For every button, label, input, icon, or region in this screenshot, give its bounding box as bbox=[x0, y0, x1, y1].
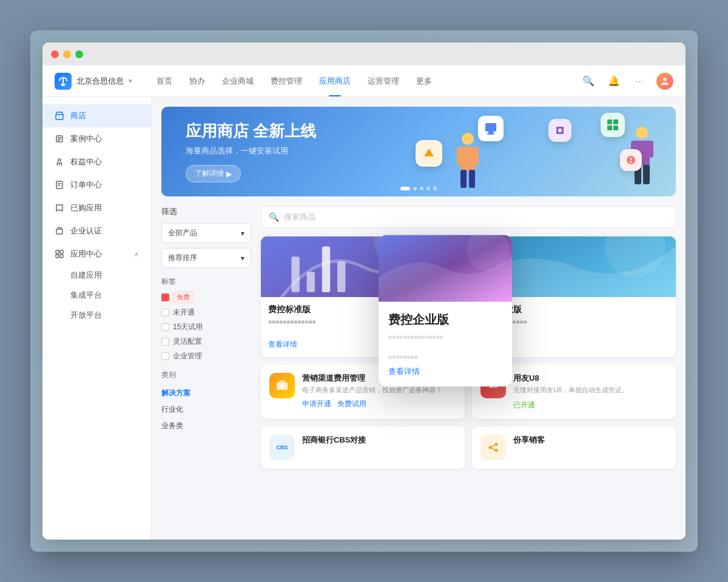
tag-enterprise-checkbox[interactable] bbox=[161, 352, 169, 360]
tag-free-label: 免费 bbox=[173, 292, 194, 303]
floating-icon-1 bbox=[478, 116, 504, 141]
nav-more[interactable]: 更多 bbox=[416, 76, 432, 87]
tags-title: 标签 bbox=[161, 276, 251, 287]
svg-rect-30 bbox=[488, 132, 493, 133]
sidebar-sub-self-built[interactable]: 自建应用 bbox=[42, 266, 151, 286]
tag-not-activated-checkbox[interactable] bbox=[161, 309, 169, 316]
search-icon: 🔍 bbox=[269, 212, 279, 222]
svg-point-51 bbox=[495, 443, 498, 446]
app-center-icon bbox=[55, 249, 64, 259]
magnified-view-detail-link[interactable]: 查看详情 bbox=[388, 366, 502, 377]
notification-icon-button[interactable]: 🔔 bbox=[605, 73, 622, 90]
sidebar-item-case-center[interactable]: 案例中心 bbox=[42, 127, 151, 150]
banner-dot-2[interactable] bbox=[413, 187, 417, 190]
sidebar-item-rights-center[interactable]: 权益中心 bbox=[42, 150, 151, 173]
magnified-body: 费控企业版 ■■■■■■■■■■■■■■■ ■■■■■■■■ 查看详情 bbox=[379, 302, 512, 387]
magnified-desc: ■■■■■■■■■■■■■■■ bbox=[388, 333, 502, 347]
tag-15day-checkbox[interactable] bbox=[161, 323, 169, 331]
expand-app-center-icon[interactable]: ∧ bbox=[134, 250, 139, 258]
svg-rect-29 bbox=[485, 123, 496, 132]
sidebar-item-enterprise-auth[interactable]: 企业认证 bbox=[42, 219, 151, 242]
sidebar-item-store[interactable]: 商店 bbox=[42, 104, 151, 127]
svg-rect-26 bbox=[647, 141, 653, 158]
nav-expense-mgmt[interactable]: 费控管理 bbox=[271, 76, 302, 87]
banner-content: 应用商店 全新上线 海量商品选择，一键安装试用 了解详情 ▶ bbox=[186, 121, 316, 182]
svg-rect-28 bbox=[643, 165, 650, 184]
sidebar-item-purchased[interactable]: 已购应用 bbox=[42, 196, 151, 219]
minimize-button[interactable] bbox=[63, 50, 71, 58]
logo-icon bbox=[55, 73, 72, 90]
search-bar[interactable]: 🔍 搜索商品 bbox=[261, 206, 676, 228]
sidebar-sub-open-platform[interactable]: 开放平台 bbox=[42, 306, 151, 326]
filter-panel: 筛选 全部产品 ▾ 推荐排序 ▾ 标签 bbox=[161, 206, 251, 469]
banner-dot-5[interactable] bbox=[433, 187, 437, 190]
channel-fee-desc: 电子商务多渠道产品营销，投放推广必备神器！ bbox=[302, 386, 456, 395]
tag-free-checkbox[interactable] bbox=[161, 293, 169, 301]
avatar[interactable] bbox=[656, 73, 673, 90]
category-section: 类别 解决方案 行业化 业务类 bbox=[161, 370, 251, 434]
banner-learn-more-button[interactable]: 了解详情 ▶ bbox=[186, 165, 241, 182]
banner-title: 应用商店 全新上线 bbox=[186, 121, 316, 142]
category-solution[interactable]: 解决方案 bbox=[161, 385, 251, 401]
banner-dot-1[interactable] bbox=[400, 187, 410, 190]
category-title: 类别 bbox=[161, 370, 251, 380]
tag-flexible[interactable]: 灵活配置 bbox=[161, 336, 251, 347]
svg-rect-15 bbox=[56, 255, 59, 258]
svg-rect-12 bbox=[56, 229, 62, 234]
channel-fee-icon bbox=[269, 373, 295, 398]
category-business[interactable]: 业务类 bbox=[161, 418, 251, 434]
sidebar-store-label: 商店 bbox=[70, 110, 86, 121]
nav-ops-mgmt[interactable]: 运营管理 bbox=[368, 76, 399, 87]
top-nav: 北京合思信息 ▾ 首页 协办 企业商城 费控管理 应用商店 运营管理 更多 🔍 … bbox=[42, 65, 686, 97]
yonyou-u8-name: 用友U8 bbox=[513, 373, 667, 384]
tag-free[interactable]: 免费 bbox=[161, 292, 251, 303]
tag-15day-label: 15天试用 bbox=[173, 322, 203, 332]
order-center-icon bbox=[55, 180, 64, 190]
nav-home[interactable]: 首页 bbox=[157, 76, 172, 87]
titlebar bbox=[42, 42, 686, 65]
cbs-icon: CBS bbox=[269, 435, 295, 460]
more-options-button[interactable]: ··· bbox=[631, 73, 648, 90]
maximize-button[interactable] bbox=[75, 50, 83, 58]
sidebar-item-order-center[interactable]: 订单中心 bbox=[42, 173, 151, 196]
nav-app-store[interactable]: 应用商店 bbox=[319, 76, 351, 87]
tag-flexible-label: 灵活配置 bbox=[173, 336, 202, 347]
product-filter-select[interactable]: 全部产品 ▾ bbox=[161, 223, 251, 243]
channel-fee-actions: 申请开通 免费试用 bbox=[302, 399, 456, 409]
banner-dot-3[interactable] bbox=[420, 187, 423, 190]
svg-point-7 bbox=[58, 159, 61, 161]
tag-15day-trial[interactable]: 15天试用 bbox=[161, 322, 251, 332]
tag-flexible-checkbox[interactable] bbox=[161, 338, 169, 346]
main-content: 商店 案例中心 bbox=[42, 97, 686, 540]
tag-not-activated[interactable]: 未开通 bbox=[161, 307, 251, 318]
close-button[interactable] bbox=[51, 50, 59, 58]
svg-rect-19 bbox=[457, 147, 463, 165]
company-dropdown-icon[interactable]: ▾ bbox=[129, 77, 132, 85]
rights-center-icon bbox=[55, 157, 64, 167]
tag-enterprise-mgmt[interactable]: 企业管理 bbox=[161, 351, 251, 361]
nav-biz-mall[interactable]: 企业商城 bbox=[222, 76, 254, 87]
channel-fee-trial-button[interactable]: 免费试用 bbox=[337, 399, 366, 409]
nav-collab[interactable]: 协办 bbox=[189, 76, 205, 87]
share-sales-name: 份享销客 bbox=[513, 435, 667, 446]
svg-rect-44 bbox=[322, 246, 330, 292]
sidebar-purchased-label: 已购应用 bbox=[70, 202, 102, 213]
sort-filter-select[interactable]: 推荐排序 ▾ bbox=[161, 248, 251, 268]
channel-fee-apply-button[interactable]: 申请开通 bbox=[302, 399, 331, 409]
banner-subtitle: 海量商品选择，一键安装试用 bbox=[186, 146, 316, 156]
sidebar-rights-label: 权益中心 bbox=[70, 156, 102, 167]
sidebar-sub-integration[interactable]: 集成平台 bbox=[42, 286, 151, 306]
search-icon-button[interactable]: 🔍 bbox=[580, 73, 597, 90]
sidebar-order-label: 订单中心 bbox=[70, 179, 102, 190]
enterprise-auth-icon bbox=[55, 226, 64, 236]
sidebar-item-app-center[interactable]: 应用中心 ∧ bbox=[42, 242, 151, 266]
logo-area[interactable]: 北京合思信息 ▾ bbox=[55, 73, 132, 90]
category-industry[interactable]: 行业化 bbox=[161, 401, 251, 418]
magnified-title: 费控企业版 bbox=[388, 312, 502, 328]
svg-rect-2 bbox=[56, 115, 63, 119]
banner-dot-4[interactable] bbox=[426, 187, 430, 190]
search-placeholder: 搜索商品 bbox=[284, 212, 315, 222]
svg-rect-31 bbox=[487, 133, 494, 135]
banner-decoration bbox=[393, 107, 676, 196]
svg-rect-16 bbox=[60, 255, 63, 258]
